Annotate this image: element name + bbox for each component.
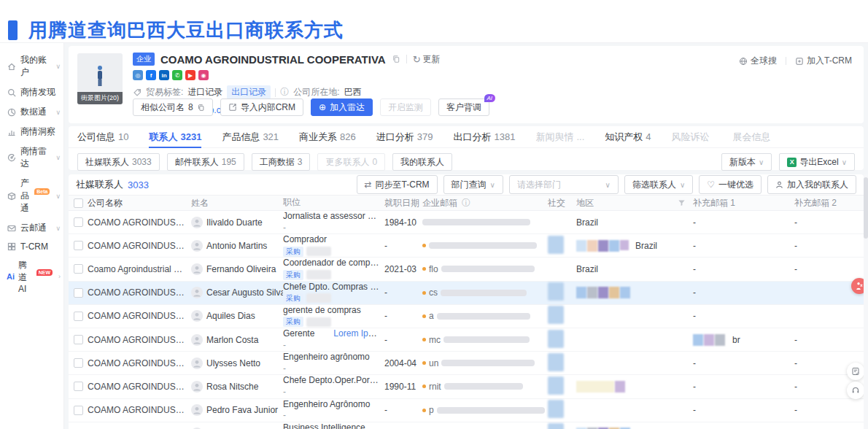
sidebar-item-discovery[interactable]: 商情发现 — [0, 82, 63, 102]
table-row[interactable]: COAMO AGROINDUSTRIAL COOPERAT... Antonio… — [69, 234, 864, 258]
phone-icon[interactable]: ✆ — [172, 70, 182, 80]
cell-name: Marlon Costa — [206, 335, 258, 345]
company-photo[interactable]: 街景图片(20) — [77, 53, 123, 104]
cell-social — [548, 423, 576, 429]
table-row[interactable]: COAMO AGROINDUSTRIAL COOPERAT... Rosa Ni… — [69, 375, 864, 398]
dept-select[interactable]: 请选择部门∨ — [509, 175, 619, 194]
sidebar-item-insight[interactable]: 商情洞察 — [0, 122, 63, 142]
row-checkbox[interactable] — [74, 288, 83, 298]
chips-right-actions: 新版本∨ X导出Excel∨ — [721, 153, 855, 171]
tab-risk[interactable]: 风险诉讼 — [672, 126, 713, 147]
tab-exhibition[interactable]: 展会信息 — [733, 126, 774, 147]
tab-news[interactable]: 新闻舆情... — [535, 126, 584, 147]
table-row[interactable]: COAMO AGROINDUSTRIAL COOPERAT... Aquiles… — [69, 305, 864, 328]
sidebar-item-label: 数据通 — [20, 106, 47, 118]
sidebar-item-label: T-CRM — [20, 241, 48, 252]
chip-more-contacts[interactable]: 更多联系人0 — [317, 153, 385, 171]
version-select[interactable]: 新版本∨ — [721, 153, 772, 171]
col-title: 职位 — [283, 197, 384, 209]
cell-email[interactable]: a — [422, 311, 548, 321]
redacted-tag — [306, 317, 331, 327]
linkedin-icon[interactable]: in — [159, 70, 169, 80]
cell-email[interactable] — [422, 242, 548, 249]
select-all-checkbox[interactable] — [74, 198, 83, 208]
row-checkbox[interactable] — [74, 358, 83, 368]
sidebar-item-radar[interactable]: 商情雷达 ∨ — [0, 142, 63, 174]
chevron-down-icon: ∨ — [680, 181, 685, 189]
sidebar-item-tendata-ai[interactable]: Ai 腾道AI NEW › — [0, 255, 63, 298]
sync-tcrm-button[interactable]: ⇄同步至T-CRM — [357, 175, 438, 194]
cell-extra2: - — [794, 405, 864, 415]
tab-business-relations[interactable]: 商业关系826 — [299, 126, 356, 147]
table-row[interactable]: COAMO AGROINDUSTRIAL COOPERAT... Marlon … — [69, 328, 864, 352]
row-checkbox[interactable] — [74, 241, 83, 250]
join-tcrm-button[interactable]: 加入T-CRM — [795, 55, 852, 67]
global-search-button[interactable]: 全球搜 — [739, 55, 777, 67]
trade-tag-export: 出口记录 — [227, 85, 271, 99]
table-row[interactable]: COAMO AGROINDUSTRIAL COOPERAT... Fagner … — [69, 422, 864, 429]
cell-email[interactable]: rnit — [422, 382, 548, 392]
cell-email[interactable]: flo — [422, 264, 548, 274]
tab-ip[interactable]: 知识产权4 — [605, 126, 651, 147]
filter-funnel-icon[interactable] — [678, 199, 686, 207]
sidebar-item-label: 商情洞察 — [20, 125, 55, 138]
add-box-icon — [795, 57, 804, 66]
cell-email[interactable]: p — [422, 405, 548, 415]
sidebar-item-product[interactable]: 产品通 Beta ∨ — [0, 174, 63, 218]
instagram-icon[interactable]: ◉ — [198, 70, 209, 80]
sidebar-item-my-account[interactable]: 我的账户 ∨ — [0, 50, 63, 82]
table-row[interactable]: Coamo Agroindustrial Cooperativa Fernand… — [69, 258, 864, 281]
facebook-icon[interactable]: f — [146, 70, 156, 80]
cell-extra1: - — [693, 264, 794, 274]
divider — [786, 57, 786, 65]
one-click-optimize-button[interactable]: ♡一键优选 — [699, 175, 762, 194]
sidebar-item-label: 产品通 — [20, 177, 33, 214]
sidebar-item-cloudmail[interactable]: 云邮通 ∨ — [0, 218, 63, 238]
table-row[interactable]: COAMO AGROINDUSTRIAL COOPERAT... Ulysses… — [69, 352, 864, 375]
start-monitor-button[interactable]: 开启监测 — [380, 98, 431, 116]
export-excel-button[interactable]: X导出Excel∨ — [779, 153, 855, 171]
website-icon[interactable]: ◎ — [133, 70, 143, 80]
tab-import-analysis[interactable]: 进口分析379 — [376, 126, 433, 147]
pixelated-block — [693, 334, 726, 346]
scrollbar-thumb[interactable] — [864, 177, 868, 239]
cell-date: 1990-11 — [384, 382, 422, 392]
chevron-down-icon: ∨ — [842, 158, 847, 166]
sidebar-item-tcrm[interactable]: T-CRM — [0, 238, 63, 255]
sidebar-item-datapass[interactable]: 数据通 ∨ — [0, 102, 63, 122]
survey-floating-button[interactable] — [847, 363, 864, 380]
import-crm-button[interactable]: 导入内部CRM — [220, 98, 303, 116]
tab-company-info[interactable]: 公司信息10 — [77, 126, 128, 147]
tab-export-analysis[interactable]: 出口分析1381 — [454, 126, 516, 147]
row-checkbox[interactable] — [74, 382, 83, 391]
chip-email-contacts[interactable]: 邮件联系人195 — [167, 153, 244, 171]
refresh-button[interactable]: ↻更新 — [413, 53, 441, 66]
table-row[interactable]: COAMO AGROINDUSTRIAL COOPERAT... Pedro F… — [69, 399, 864, 422]
background-check-button[interactable]: 客户背调 AI — [438, 98, 489, 116]
chip-my-contacts[interactable]: 我的联系人 — [392, 153, 452, 171]
cell-email[interactable] — [422, 219, 548, 225]
cell-email[interactable]: un — [422, 358, 548, 368]
table-row[interactable]: COAMO AGROINDUSTRIAL COOPERAT... Cesar A… — [69, 282, 864, 305]
row-checkbox[interactable] — [74, 312, 83, 321]
table-row[interactable]: COAMO AGROINDUSTRIAL COOPERAT... Ilivald… — [69, 211, 864, 234]
tab-contacts[interactable]: 联系人3231 — [149, 126, 201, 147]
row-checkbox[interactable] — [74, 406, 83, 415]
support-floating-button[interactable] — [847, 382, 864, 399]
chip-business-data[interactable]: 工商数据3 — [252, 153, 311, 171]
youtube-icon[interactable]: ▶ — [185, 70, 195, 80]
copy-icon[interactable] — [392, 55, 400, 63]
similar-company-button[interactable]: 相似公司名8 — [133, 98, 213, 116]
row-checkbox[interactable] — [74, 335, 83, 344]
chip-social-contacts[interactable]: 社媒联系人3033 — [77, 153, 160, 171]
row-checkbox[interactable] — [74, 264, 83, 274]
row-checkbox[interactable] — [74, 217, 83, 227]
tab-products[interactable]: 产品信息321 — [222, 126, 279, 147]
cell-email[interactable]: mc — [422, 335, 548, 345]
dept-query-dropdown[interactable]: 部门查询∨ — [443, 175, 503, 194]
join-radar-button[interactable]: ⊕ 加入雷达 — [311, 98, 373, 116]
cell-email[interactable]: cs — [422, 287, 548, 298]
tag-icon — [133, 88, 142, 97]
add-to-my-contacts-button[interactable]: 加入我的联系人 — [767, 175, 856, 194]
filter-contacts-dropdown[interactable]: 筛选联系人∨ — [624, 175, 693, 194]
